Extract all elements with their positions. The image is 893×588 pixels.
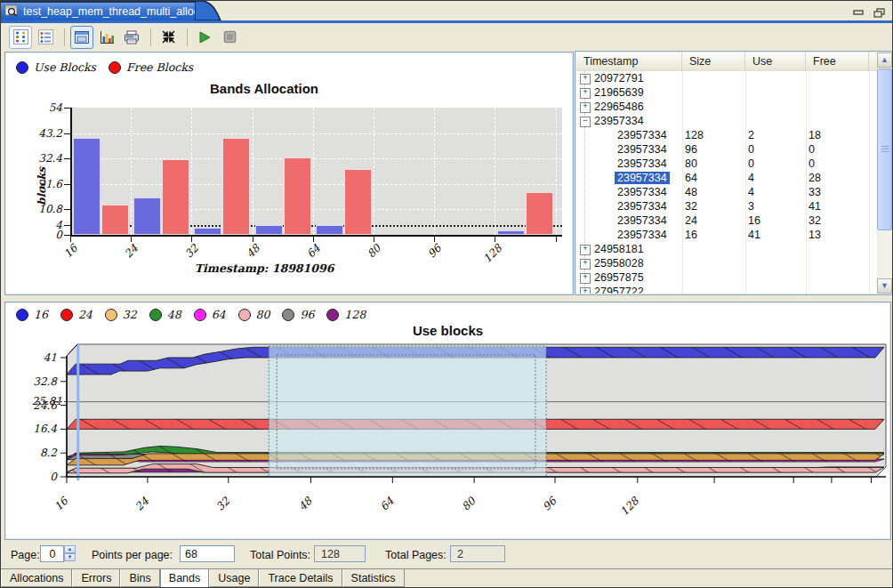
table-header[interactable]: TimestampSizeUseFree — [576, 52, 892, 72]
cell-use[interactable]: 0 — [748, 143, 754, 156]
use-blocks-area-chart[interactable]: 08.216.424.632.84125.8116243248648096128 — [5, 302, 890, 539]
table-row[interactable]: 239573349600 — [576, 142, 877, 157]
cell-size[interactable]: 48 — [685, 186, 697, 198]
cell-use[interactable]: 4 — [748, 186, 754, 198]
expand-icon[interactable]: + — [580, 287, 591, 294]
run-button[interactable] — [193, 26, 216, 49]
cell-use[interactable]: 2 — [748, 129, 754, 141]
table-row[interactable]: 2395733432341 — [576, 199, 877, 213]
cell-timestamp[interactable]: 26957875 — [594, 271, 644, 284]
table-row[interactable]: 2395733464428 — [576, 171, 877, 185]
cell-size[interactable]: 128 — [685, 129, 704, 141]
cell-timestamp[interactable]: 20972791 — [594, 72, 644, 85]
spinner-up-icon[interactable]: ▲ — [64, 545, 76, 553]
free-blocks-bar[interactable] — [222, 138, 250, 235]
grid-view-button[interactable] — [9, 26, 32, 49]
expand-icon[interactable]: + — [580, 102, 591, 113]
page-spinner[interactable]: ▲ ▼ — [64, 545, 76, 562]
cell-free[interactable]: 32 — [809, 214, 821, 227]
cell-timestamp[interactable]: 27957722 — [594, 286, 644, 294]
expand-icon[interactable]: + — [580, 259, 591, 270]
page-spinner-value[interactable]: 0 — [40, 545, 64, 562]
scroll-down-icon[interactable]: ▼ — [877, 278, 892, 294]
table-row[interactable]: 23957334241632 — [576, 213, 877, 228]
scrollbar-thumb[interactable] — [877, 68, 892, 230]
cell-timestamp[interactable]: 23957334 — [617, 157, 667, 170]
table-row[interactable]: 23957334164113 — [576, 228, 877, 242]
list-view-button[interactable] — [34, 26, 57, 49]
free-blocks-bar[interactable] — [526, 192, 553, 235]
scroll-up-icon[interactable]: ▲ — [877, 52, 892, 68]
cell-free[interactable]: 0 — [809, 157, 815, 170]
cell-timestamp[interactable]: 23957334 — [617, 229, 667, 241]
cell-size[interactable]: 16 — [685, 229, 697, 241]
use-blocks-bar[interactable] — [73, 138, 101, 235]
cell-size[interactable]: 80 — [685, 157, 697, 170]
collapse-icon[interactable]: − — [580, 117, 591, 127]
table-row[interactable]: +27957722 — [576, 285, 877, 294]
cell-use[interactable]: 0 — [748, 157, 754, 170]
cell-size[interactable]: 64 — [685, 172, 697, 184]
bottom-tab-statistics[interactable]: Statistics — [342, 569, 405, 587]
cell-use[interactable]: 4 — [748, 172, 754, 184]
stop-button[interactable] — [218, 26, 241, 49]
selection-region[interactable] — [269, 346, 546, 477]
cell-free[interactable]: 13 — [809, 229, 821, 241]
cell-timestamp[interactable]: 23957334 — [617, 214, 667, 227]
bottom-tab-usage[interactable]: Usage — [209, 569, 259, 587]
bottom-tab-trace-details[interactable]: Trace Details — [259, 569, 342, 587]
bottom-tab-errors[interactable]: Errors — [72, 569, 120, 587]
fit-to-window-button[interactable] — [157, 26, 180, 49]
column-header-timestamp[interactable]: Timestamp — [576, 52, 682, 71]
table-row[interactable]: +25958028 — [576, 256, 877, 270]
cell-free[interactable]: 28 — [809, 172, 821, 184]
use-blocks-bar[interactable] — [133, 197, 161, 235]
restore-view-icon[interactable] — [873, 5, 885, 21]
selected-cell[interactable]: 23957334 — [615, 172, 670, 184]
bands-bar-chart[interactable]: 162432486480961280410.821.632.443.254blo… — [5, 52, 573, 294]
table-row[interactable]: 2395733448433 — [576, 185, 877, 199]
table-row[interactable]: 23957334128218 — [576, 128, 877, 142]
expand-icon[interactable]: + — [580, 88, 591, 99]
overview-chart-button[interactable] — [70, 26, 93, 49]
table-row[interactable]: +21965639 — [576, 85, 877, 100]
use-blocks-bar[interactable] — [255, 225, 283, 235]
spinner-down-icon[interactable]: ▼ — [64, 553, 76, 561]
free-blocks-bar[interactable] — [101, 205, 129, 235]
cell-timestamp[interactable]: 21965639 — [594, 86, 644, 99]
use-blocks-bar[interactable] — [316, 225, 343, 235]
points-per-page-input[interactable]: 68 — [180, 545, 235, 562]
cell-timestamp[interactable]: 23957334 — [594, 115, 644, 127]
bottom-tab-allocations[interactable]: Allocations — [1, 569, 72, 587]
column-header-size[interactable]: Size — [682, 52, 745, 71]
table-row[interactable]: +20972791 — [576, 71, 877, 85]
view-tab[interactable]: test_heap_mem_thread_multi_alloc ✕ — [1, 1, 195, 20]
bottom-tab-bands[interactable]: Bands — [160, 569, 209, 588]
table-row[interactable]: +24958181 — [576, 242, 877, 256]
expand-icon[interactable]: + — [580, 245, 591, 255]
cell-timestamp[interactable]: 24958181 — [594, 243, 644, 255]
cell-size[interactable]: 96 — [685, 143, 697, 156]
cell-free[interactable]: 0 — [809, 143, 815, 156]
table-row[interactable]: 239573348000 — [576, 157, 877, 171]
bottom-tab-bins[interactable]: Bins — [120, 569, 159, 587]
cell-use[interactable]: 3 — [748, 200, 754, 213]
expand-icon[interactable]: + — [580, 74, 591, 85]
cell-timestamp[interactable]: 23957334 — [617, 186, 667, 198]
cell-free[interactable]: 41 — [809, 200, 821, 213]
table-row[interactable]: +26957875 — [576, 270, 877, 285]
cell-free[interactable]: 18 — [809, 129, 821, 141]
cell-timestamp[interactable]: 23957334 — [617, 200, 667, 213]
free-blocks-bar[interactable] — [162, 159, 189, 235]
use-blocks-bar[interactable] — [194, 228, 221, 235]
column-header-free[interactable]: Free — [806, 52, 869, 71]
cell-use[interactable]: 16 — [748, 214, 760, 227]
cell-free[interactable]: 33 — [809, 186, 821, 198]
cell-timestamp[interactable]: 25958028 — [594, 257, 644, 270]
free-blocks-bar[interactable] — [344, 169, 372, 235]
expand-icon[interactable]: + — [580, 273, 591, 284]
minimize-view-icon[interactable] — [853, 5, 865, 21]
print-button[interactable] — [120, 26, 143, 49]
cell-timestamp[interactable]: 23957334 — [617, 172, 670, 184]
vertical-scrollbar[interactable]: ▲ ▼ — [877, 52, 892, 294]
